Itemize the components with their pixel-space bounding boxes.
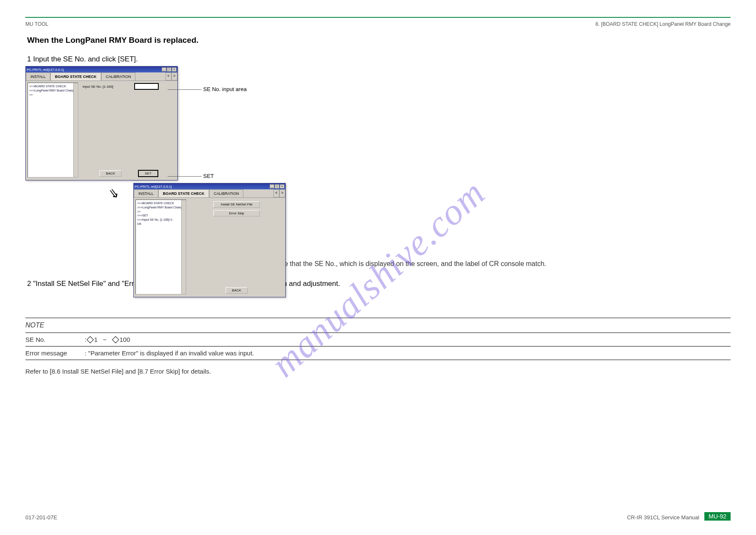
window-title: PC-PR/TL re0[127.0.0.1] — [135, 185, 172, 188]
screenshot-area: PC-PR/TL re0[127.0.0.1] _ □ × INSTALL BO… — [25, 66, 322, 252]
tab-calibration[interactable]: CALIBRATION — [209, 189, 243, 197]
page-header: MU TOOL 8. [BOARD STATE CHECK] LongPanel… — [25, 21, 731, 27]
note-heading: NOTE — [25, 320, 731, 331]
log-line: OK — [137, 222, 185, 226]
tab-board-state-check[interactable]: BOARD STATE CHECK — [158, 189, 209, 197]
log-pane: >>>BOARD STATE CHECK >>>LongPanel RMY Bo… — [135, 200, 186, 294]
log-line: >>>BOARD STATE CHECK — [137, 201, 185, 205]
tab-row: INSTALL BOARD STATE CHECK CALIBRATION < … — [26, 72, 177, 81]
tab-board-state-check[interactable]: BOARD STATE CHECK — [50, 72, 101, 80]
leader-line — [168, 89, 201, 90]
step-2: 2 "Install SE NetSel File" and "Error Sk… — [25, 280, 731, 288]
leader-line — [168, 176, 201, 177]
log-line: >>>SET — [137, 213, 185, 218]
nav-next-button[interactable]: > — [171, 72, 177, 80]
close-icon[interactable]: × — [172, 67, 177, 72]
install-se-netsel-button[interactable]: Install SE NetSel File — [213, 201, 260, 208]
se-no-input[interactable] — [135, 83, 158, 89]
error-skip-button[interactable]: Error Skip — [213, 210, 260, 216]
main-pane: Install SE NetSel File Error Skip BACK — [188, 198, 285, 296]
note-row-label: Error message — [25, 349, 85, 357]
se-no-label: Input SE No. [1-100] — [83, 85, 113, 89]
minimize-icon[interactable]: _ — [162, 67, 166, 72]
note-rule — [25, 333, 731, 333]
log-line: >>>LongPanel RMY Board Change >> — [137, 205, 185, 214]
top-rule — [25, 17, 731, 18]
footer-doc-title: CR-IR 391CL Service Manual — [627, 514, 699, 521]
callout-set: SET — [203, 173, 214, 179]
maximize-icon[interactable]: □ — [275, 184, 279, 188]
screenshot-window-2: PC-PR/TL re0[127.0.0.1] _ □ × INSTALL BO… — [133, 183, 286, 297]
tab-calibration[interactable]: CALIBRATION — [101, 72, 135, 80]
section-title: When the LongPanel RMY Board is replaced… — [25, 36, 731, 45]
back-button[interactable]: BACK — [226, 287, 248, 294]
note-row-se-no: SE No. : 1 ~ 100 — [25, 335, 731, 344]
maximize-icon[interactable]: □ — [167, 67, 171, 72]
note-row-value: : "Parameter Error" is displayed if an i… — [85, 349, 254, 357]
window-title: PC-PR/TL re0[127.0.0.1] — [27, 68, 64, 72]
note-row-value: : 1 ~ 100 — [85, 336, 130, 343]
titlebar: PC-PR/TL re0[127.0.0.1] _ □ × — [134, 183, 285, 189]
step-1: 1 Input the SE No. and click [SET]. — [25, 55, 731, 64]
note-row-error: Error message : "Parameter Error" is dis… — [25, 348, 731, 358]
header-right: 8. [BOARD STATE CHECK] LongPanel RMY Boa… — [596, 21, 731, 27]
note-rule — [25, 318, 731, 318]
tab-install[interactable]: INSTALL — [26, 72, 50, 80]
screenshot-window-1: PC-PR/TL re0[127.0.0.1] _ □ × INSTALL BO… — [25, 66, 178, 180]
arrow-down-right-icon: ⇘ — [108, 185, 120, 201]
header-left: MU TOOL — [25, 21, 48, 27]
note-row-label: SE No. — [25, 336, 85, 343]
log-line: >>>Input SE No. [1-100]=1 — [137, 218, 185, 222]
lozenge-icon — [112, 336, 119, 343]
tab-row: INSTALL BOARD STATE CHECK CALIBRATION < … — [134, 189, 285, 198]
note-rule — [25, 360, 731, 360]
footer-doc-id: 017-201-07E — [25, 514, 57, 521]
log-line: >>>BOARD STATE CHECK — [29, 84, 77, 89]
caution-text: (Caution) Make sure that the SE No., whi… — [25, 260, 731, 268]
nav-prev-button[interactable]: < — [166, 72, 171, 80]
back-button[interactable]: BACK — [99, 170, 121, 177]
set-button[interactable]: SET — [138, 170, 158, 177]
main-pane: Input SE No. [1-100] BACK SET — [80, 81, 177, 179]
callout-se-input: SE No. input area — [203, 86, 247, 92]
page-footer: 017-201-07E CR-IR 391CL Service Manual M… — [25, 512, 731, 521]
note-block: NOTE SE No. : 1 ~ 100 Error message : "P… — [25, 318, 731, 376]
nav-prev-button[interactable]: < — [273, 189, 279, 197]
close-icon[interactable]: × — [280, 184, 284, 188]
page-number-badge: MU-92 — [704, 512, 731, 521]
note-rule — [25, 346, 731, 347]
log-pane: >>>BOARD STATE CHECK >>>LongPanel RMY Bo… — [28, 83, 78, 177]
log-line: >>>LongPanel RMY Board Change >> — [29, 89, 77, 97]
tab-install[interactable]: INSTALL — [134, 189, 158, 197]
note-ref: Refer to [8.6 Install SE NetSel File] an… — [25, 362, 731, 376]
titlebar: PC-PR/TL re0[127.0.0.1] _ □ × — [26, 67, 177, 72]
lozenge-icon — [87, 336, 94, 343]
nav-next-button[interactable]: > — [279, 189, 285, 197]
minimize-icon[interactable]: _ — [270, 184, 274, 188]
